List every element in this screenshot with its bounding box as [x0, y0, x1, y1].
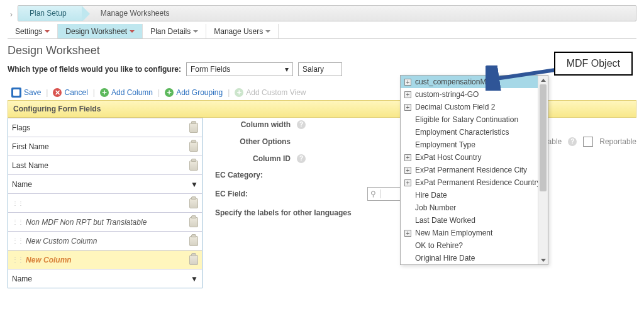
other-options-label: Other Options	[215, 137, 291, 146]
dropdown-option[interactable]: Original Hire Date	[401, 252, 548, 264]
dropdown-option[interactable]: +New Main Employment	[401, 227, 548, 239]
option-label: ExPat Permanent Residence City	[415, 166, 527, 174]
button-label: Add Column	[111, 88, 153, 97]
tab-design-worksheet[interactable]: Design Worksheet	[58, 24, 143, 38]
caret-down-icon[interactable]: ▼	[191, 274, 198, 283]
tab-label: Manage Users	[214, 27, 263, 36]
trash-icon[interactable]	[189, 142, 198, 152]
field-name: Non MDF Non RPT but Translatable	[26, 218, 189, 227]
dropdown-option[interactable]: OK to Rehire?	[401, 239, 548, 252]
reportable-label: Reportable	[599, 137, 636, 146]
sub-tab-bar: Settings Design Worksheet Plan Details M…	[8, 24, 636, 39]
info-icon: ?	[568, 137, 577, 146]
column-width-label: Column width	[215, 120, 291, 129]
expand-icon[interactable]: +	[404, 79, 411, 86]
field-row[interactable]: ⋮⋮	[8, 193, 202, 212]
option-label: Eligible for Salary Continuation	[415, 115, 518, 124]
field-row[interactable]: Name▼	[8, 174, 202, 193]
field-row[interactable]: Flags	[8, 118, 202, 137]
select-value: Form Fields	[191, 65, 230, 74]
page-title: Design Worksheet	[8, 44, 636, 57]
expand-icon[interactable]: +	[404, 230, 411, 237]
expand-icon[interactable]: +	[404, 179, 411, 186]
option-label: cust_compensationMDF	[415, 77, 496, 86]
drag-handle-icon[interactable]: ⋮⋮	[12, 218, 23, 225]
field-name: Name	[12, 274, 188, 283]
tab-settings[interactable]: Settings	[8, 24, 58, 38]
expand-icon[interactable]: +	[404, 167, 411, 174]
expand-icon[interactable]: +	[404, 104, 411, 111]
tab-plan-details[interactable]: Plan Details	[143, 24, 206, 38]
add-custom-view-button: + Add Custom View	[235, 88, 306, 97]
expand-icon[interactable]: +	[404, 91, 411, 98]
field-row[interactable]: ⋮⋮New Column	[8, 250, 202, 269]
field-name: Last Name	[12, 161, 189, 170]
dropdown-option[interactable]: Eligible for Salary Continuation	[401, 113, 548, 126]
reportable-checkbox[interactable]	[583, 137, 593, 147]
save-button[interactable]: Save	[11, 88, 41, 98]
dropdown-option[interactable]: Employment Type	[401, 139, 548, 151]
caret-down-icon[interactable]: ▼	[191, 180, 198, 189]
dropdown-option[interactable]: Employment Characteristics	[401, 126, 548, 139]
caret-down-icon	[193, 30, 198, 33]
drag-handle-icon[interactable]: ⋮⋮	[12, 237, 23, 244]
trash-icon[interactable]	[189, 198, 198, 208]
field-name: New Custom Column	[26, 237, 189, 246]
drag-handle-icon[interactable]: ⋮⋮	[12, 200, 23, 206]
plus-icon: +	[100, 88, 109, 97]
ec-field-dropdown[interactable]: +cust_compensationMDF+custom-string4-GO+…	[400, 75, 548, 265]
button-label: Save	[24, 88, 41, 97]
dropdown-scrollbar[interactable]	[538, 76, 548, 264]
dropdown-option[interactable]: Job Number	[401, 201, 548, 214]
option-label: Employment Type	[415, 140, 475, 149]
option-label: ExPat Host Country	[415, 153, 481, 162]
trash-icon[interactable]	[189, 255, 198, 265]
add-column-button[interactable]: + Add Column	[100, 88, 153, 97]
field-type-select[interactable]: Form Fields ▾	[186, 62, 293, 76]
caret-down-icon	[265, 30, 270, 33]
dropdown-option[interactable]: +Decimal Custom Field 2	[401, 101, 548, 113]
option-label: Job Number	[415, 203, 456, 212]
dropdown-option[interactable]: +ExPat Permanent Residence Country	[401, 176, 548, 189]
field-row[interactable]: ⋮⋮New Custom Column	[8, 231, 202, 250]
breadcrumb-label: Plan Setup	[30, 9, 67, 18]
trash-icon[interactable]	[189, 161, 198, 171]
field-row[interactable]: ⋮⋮Non MDF Non RPT but Translatable	[8, 212, 202, 231]
option-label: custom-string4-GO	[415, 90, 479, 99]
caret-down-icon	[130, 30, 135, 33]
tab-manage-users[interactable]: Manage Users	[206, 24, 279, 38]
field-list: FlagsFirst NameLast NameName▼⋮⋮⋮⋮Non MDF…	[8, 118, 203, 288]
select-value: Salary	[303, 65, 324, 74]
trash-icon[interactable]	[189, 217, 198, 227]
tab-label: Plan Details	[150, 27, 191, 36]
scroll-down-icon[interactable]	[541, 259, 546, 262]
drag-handle-icon[interactable]: ⋮⋮	[12, 256, 23, 263]
trash-icon[interactable]	[189, 123, 198, 133]
separator: |	[93, 88, 95, 97]
dropdown-option[interactable]: Last Date Worked	[401, 214, 548, 227]
field-name: Name	[12, 180, 188, 189]
dropdown-option[interactable]: +ExPat Host Country	[401, 151, 548, 164]
separator: |	[46, 88, 48, 97]
trash-icon[interactable]	[189, 236, 198, 246]
ec-category-label: EC Category:	[215, 171, 263, 179]
dropdown-option[interactable]: Hire Date	[401, 189, 548, 201]
dropdown-option[interactable]: +ExPat Permanent Residence City	[401, 164, 548, 176]
salary-select[interactable]: Salary	[298, 62, 342, 76]
scrollbar-thumb[interactable]	[540, 84, 547, 191]
tab-label: Settings	[15, 27, 42, 36]
field-row[interactable]: First Name	[8, 137, 202, 156]
mdf-object-callout: MDF Object	[554, 52, 633, 76]
save-icon	[11, 88, 21, 98]
expand-icon[interactable]: +	[404, 154, 411, 161]
button-label: Add Grouping	[176, 88, 223, 97]
add-grouping-button[interactable]: + Add Grouping	[165, 88, 223, 97]
option-label: Hire Date	[415, 191, 447, 200]
field-row[interactable]: Name▼	[8, 269, 202, 288]
field-name: First Name	[12, 142, 189, 151]
field-row[interactable]: Last Name	[8, 156, 202, 174]
breadcrumb-plan-setup[interactable]: Plan Setup	[18, 6, 82, 21]
caret-down-icon	[45, 30, 50, 33]
breadcrumb-manage-worksheets[interactable]: Manage Worksheets	[82, 6, 185, 21]
cancel-button[interactable]: ✕ Cancel	[53, 88, 87, 97]
